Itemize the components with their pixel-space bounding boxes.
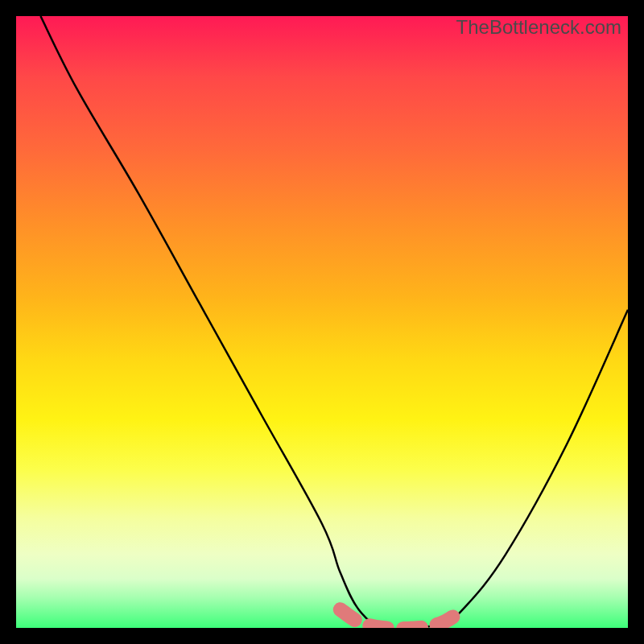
flat-marker-path (341, 609, 463, 628)
bottleneck-chart (16, 16, 628, 628)
chart-frame: TheBottleneck.com (16, 16, 628, 628)
bottleneck-curve-path (40, 16, 628, 628)
